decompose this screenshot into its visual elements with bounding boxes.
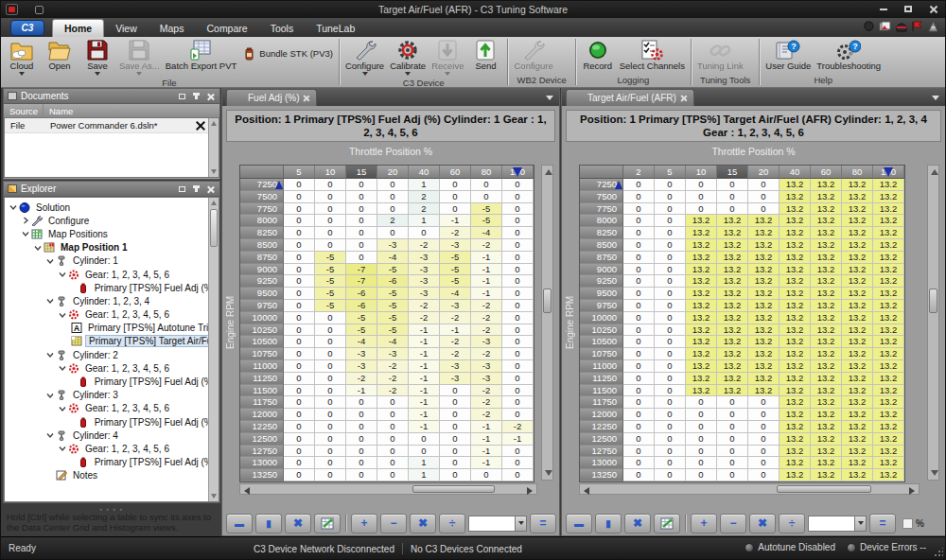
sync-axes-button[interactable] (314, 514, 341, 534)
table-cell[interactable]: -1 (471, 421, 502, 433)
column-header[interactable]: 5 (655, 166, 686, 179)
table-cell[interactable]: 0 (440, 396, 471, 409)
table-cell[interactable]: 0 (623, 227, 655, 239)
table-cell[interactable]: 0 (440, 457, 471, 469)
table-cell[interactable]: 0 (315, 336, 346, 348)
table-cell[interactable]: 0 (623, 203, 655, 216)
table-cell[interactable]: 0 (686, 179, 717, 191)
table-cell[interactable]: 0 (471, 191, 502, 203)
table-cell[interactable]: 13.2 (842, 275, 873, 288)
table-cell[interactable]: 13.2 (842, 421, 873, 433)
table-cell[interactable]: 0 (502, 179, 534, 191)
table-cell[interactable]: 0 (623, 385, 655, 397)
table-cell[interactable]: 0 (655, 360, 686, 373)
table-cell[interactable]: -3 (346, 348, 377, 360)
row-header[interactable]: 10000 (580, 312, 623, 324)
table-cell[interactable]: 0 (346, 457, 377, 469)
table-cell[interactable]: -1 (409, 396, 440, 409)
row-header[interactable]: 11250 (240, 373, 284, 385)
column-header[interactable]: 80 (471, 166, 502, 179)
table-cell[interactable]: 0 (284, 300, 315, 312)
table-cell[interactable]: 13.2 (780, 433, 811, 446)
ribbon-tab-home[interactable]: Home (52, 19, 104, 37)
table-cell[interactable]: 0 (655, 421, 686, 433)
table-cell[interactable]: 13.2 (717, 264, 748, 276)
table-cell[interactable]: 0 (502, 191, 534, 203)
table-cell[interactable]: 13.2 (686, 348, 717, 360)
column-header[interactable]: 15 (717, 166, 748, 179)
table-cell[interactable]: 0 (748, 179, 780, 191)
ribbon-button-cloud[interactable]: Cloud (3, 38, 41, 77)
table-cell[interactable]: -1 (471, 264, 502, 276)
table-cell[interactable]: -3 (409, 275, 440, 288)
table-cell[interactable]: 13.2 (780, 421, 811, 433)
table-cell[interactable]: -1 (409, 385, 440, 397)
table-cell[interactable]: -4 (471, 227, 502, 239)
table-cell[interactable]: 0 (686, 396, 717, 409)
table-cell[interactable]: 13.2 (842, 288, 873, 300)
table-cell[interactable]: 0 (655, 446, 686, 458)
subtract-button[interactable]: − (380, 514, 407, 534)
combobox-dropdown-icon[interactable] (516, 516, 527, 532)
table-cell[interactable]: 13.2 (873, 252, 904, 264)
table-cell[interactable]: 13.2 (780, 191, 811, 203)
pin-button[interactable] (190, 91, 201, 101)
close-document-icon[interactable] (196, 121, 205, 131)
table-cell[interactable]: 0 (346, 446, 377, 458)
table-cell[interactable]: -6 (346, 300, 377, 312)
table-cell[interactable]: -6 (346, 288, 377, 300)
table-cell[interactable]: 0 (502, 264, 534, 276)
table-cell[interactable]: 0 (284, 179, 315, 191)
table-cell[interactable]: -2 (471, 385, 502, 397)
table-cell[interactable]: 13.2 (811, 373, 842, 385)
table-cell[interactable]: 0 (409, 433, 440, 446)
table-cell[interactable]: -2 (471, 300, 502, 312)
table-cell[interactable]: 0 (623, 433, 655, 446)
table-cell[interactable]: -3 (440, 300, 471, 312)
table-cell[interactable]: 0 (471, 179, 502, 191)
table-cell[interactable]: 0 (377, 203, 409, 216)
row-header[interactable]: 10250 (240, 324, 284, 337)
table-cell[interactable]: -2 (346, 373, 377, 385)
percent-checkbox[interactable]: % (902, 518, 924, 529)
table-cell[interactable]: 0 (284, 239, 315, 252)
table-cell[interactable]: 0 (346, 469, 377, 481)
horizontal-scrollbar[interactable] (579, 483, 920, 495)
table-cell[interactable]: -3 (409, 288, 440, 300)
table-cell[interactable]: 13.2 (873, 203, 904, 216)
table-cell[interactable]: 0 (655, 203, 686, 216)
table-cell[interactable]: 0 (655, 252, 686, 264)
table-cell[interactable]: 0 (655, 239, 686, 252)
table-cell[interactable]: -3 (409, 264, 440, 276)
table-cell[interactable]: 0 (717, 409, 748, 421)
table-cell[interactable]: 13.2 (686, 264, 717, 276)
table-cell[interactable]: -1 (440, 324, 471, 337)
table-cell[interactable]: 0 (284, 203, 315, 216)
pin-button[interactable] (190, 184, 201, 194)
vertical-scrollbar[interactable] (541, 165, 553, 481)
table-cell[interactable]: 0 (623, 215, 655, 227)
table-cell[interactable]: 13.2 (686, 215, 717, 227)
table-cell[interactable]: 13.2 (717, 336, 748, 348)
tab-list-dropdown-icon[interactable] (546, 96, 553, 100)
column-header[interactable]: 40 (780, 166, 811, 179)
table-cell[interactable]: 0 (655, 288, 686, 300)
table-cell[interactable]: -3 (471, 360, 502, 373)
table-cell[interactable]: 13.2 (748, 264, 780, 276)
cone-icon[interactable] (927, 21, 939, 32)
table-cell[interactable]: 0 (284, 348, 315, 360)
select-row-button[interactable]: ▬ (226, 514, 253, 534)
table-cell[interactable]: 13.2 (873, 348, 904, 360)
table-cell[interactable]: 0 (440, 179, 471, 191)
ribbon-button-calibrate[interactable]: Calibrate (387, 38, 429, 77)
table-cell[interactable]: 0 (346, 227, 377, 239)
tree-item[interactable]: Cylinder: 2 (5, 348, 219, 361)
row-header[interactable]: 9500 (580, 288, 623, 300)
table-cell[interactable]: 0 (284, 360, 315, 373)
table-cell[interactable]: 0 (284, 252, 315, 264)
table-cell[interactable]: 0 (655, 300, 686, 312)
table-cell[interactable]: 0 (315, 179, 346, 191)
table-cell[interactable]: -5 (377, 324, 409, 337)
table-cell[interactable]: 0 (440, 446, 471, 458)
table-cell[interactable]: 0 (315, 203, 346, 216)
